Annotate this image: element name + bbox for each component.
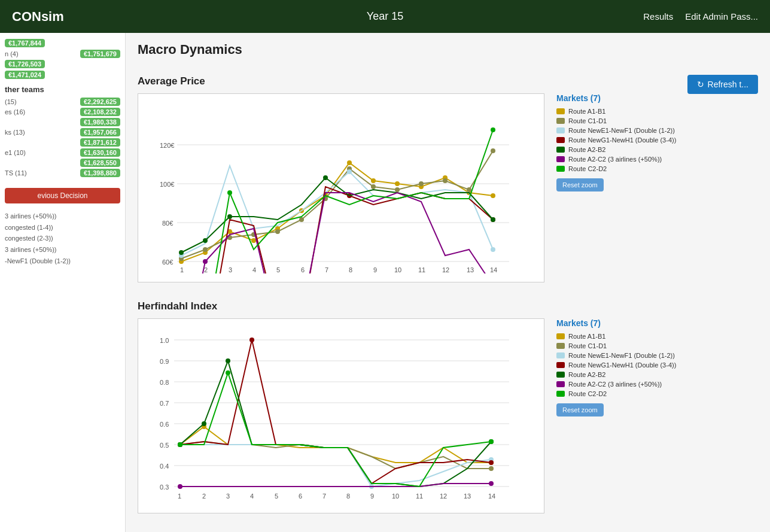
herf-legend-item-6: Route A2-C2 (3 airlines (+50%)): [556, 381, 688, 388]
herf-legend-label-7: Route C2-D2: [568, 390, 607, 397]
edit-admin-link[interactable]: Edit Admin Pass...: [685, 11, 758, 22]
sidebar-top-row-3: €1,726,503: [5, 60, 120, 68]
svg-text:1: 1: [178, 493, 181, 500]
svg-point-40: [275, 229, 280, 234]
herfindahl-legend-title: Markets (7): [556, 318, 688, 328]
svg-point-30: [371, 178, 376, 183]
svg-text:1: 1: [180, 266, 184, 273]
svg-point-56: [179, 250, 184, 255]
svg-point-37: [203, 247, 208, 252]
herf-legend-color-6: [556, 381, 565, 387]
sidebar-other-row-8: TS (11) €1,398,880: [5, 169, 120, 177]
avg-price-legend-item-2: Route C1-D1: [556, 117, 688, 124]
herf-legend-label-6: Route A2-C2 (3 airlines (+50%)): [568, 381, 662, 388]
svg-text:3: 3: [229, 266, 232, 273]
svg-point-100: [489, 466, 494, 471]
main-layout: €1,767,844 n (4) €1,751,679 €1,726,503 €…: [0, 33, 770, 532]
sidebar-footer: 3 airlines (+50%)) congested (1-4)) cong…: [5, 211, 120, 266]
svg-text:8: 8: [349, 266, 352, 273]
herf-legend-color-5: [556, 372, 565, 378]
svg-point-29: [347, 160, 352, 165]
legend-color-5: [556, 147, 565, 153]
footer-item-3: congested (2-3)): [5, 233, 120, 244]
svg-text:13: 13: [467, 266, 474, 273]
svg-point-49: [491, 148, 495, 153]
svg-text:100€: 100€: [160, 181, 174, 188]
svg-point-57: [203, 238, 208, 243]
avg-price-legend-item-3: Route NewE1-NewF1 (Double (1-2)): [556, 127, 688, 134]
sidebar-other-val-7: €1,628,550: [80, 159, 120, 167]
herf-legend-color-7: [556, 391, 565, 397]
svg-point-41: [299, 217, 304, 222]
sidebar-top-row-4: €1,471,024: [5, 71, 120, 79]
svg-text:7: 7: [322, 493, 326, 500]
svg-text:0.7: 0.7: [160, 400, 169, 407]
footer-item-5: -NewF1 (Double (1-2)): [5, 256, 120, 267]
avg-price-svg: 60€ 80€ 100€ 120€ 1 2 3 4: [144, 100, 515, 273]
legend-label-1: Route A1-B1: [568, 108, 605, 115]
footer-item-2: congested (1-4)): [5, 222, 120, 233]
sidebar-other-row-1: (15) €2,292,625: [5, 98, 120, 106]
herf-legend-label-3: Route NewE1-NewF1 (Double (1-2)): [568, 352, 675, 359]
prev-decision-button[interactable]: evious Decision: [5, 188, 120, 203]
sidebar-other-label-8: TS (11): [5, 169, 27, 177]
svg-point-45: [395, 187, 400, 192]
svg-point-109: [226, 358, 230, 363]
svg-text:12: 12: [440, 493, 447, 500]
sidebar-other-row-6: e1 (10) €1,630,160: [5, 148, 120, 157]
legend-label-5: Route A2-B2: [568, 146, 605, 153]
legend-label-4: Route NewG1-NewH1 (Double (3-4)): [568, 136, 676, 144]
sidebar-top-row-2: n (4) €1,751,679: [5, 50, 120, 58]
svg-text:10: 10: [392, 493, 399, 500]
herfindahl-section: Herfindahl Index 0.3 0.4 0.5 0.6 0.7 0.8…: [138, 300, 758, 513]
sidebar-other-val-2: €2,108,232: [80, 108, 120, 116]
svg-point-52: [491, 247, 495, 252]
avg-price-reset-zoom[interactable]: Reset zoom: [556, 178, 604, 191]
sidebar-top-label-2: n (4): [5, 50, 19, 57]
herf-legend-item-7: Route C2-D2: [556, 390, 688, 397]
avg-price-legend-item-5: Route A2-B2: [556, 146, 688, 153]
sidebar-top-val-1: €1,767,844: [5, 39, 45, 47]
results-link[interactable]: Results: [643, 11, 673, 22]
svg-text:1.0: 1.0: [160, 337, 169, 344]
legend-label-2: Route C1-D1: [568, 117, 607, 124]
footer-item-4: 3 airlines (+50%)): [5, 244, 120, 256]
header-nav: Results Edit Admin Pass...: [643, 11, 758, 22]
sidebar-other-label-6: e1 (10): [5, 149, 26, 156]
sidebar-top-val-2: €1,751,679: [80, 50, 120, 58]
legend-color-3: [556, 127, 565, 133]
refresh-button[interactable]: ↻ Refresh t...: [687, 75, 758, 94]
legend-label-7: Route C2-D2: [568, 165, 607, 172]
svg-text:6: 6: [301, 266, 305, 273]
svg-text:0.4: 0.4: [160, 463, 169, 470]
other-teams-title: ther teams: [5, 85, 120, 94]
svg-text:80€: 80€: [162, 220, 173, 227]
herf-legend-item-1: Route A1-B1: [556, 333, 688, 340]
svg-point-59: [323, 175, 328, 180]
sidebar-other-label-2: es (16): [5, 108, 25, 115]
svg-point-35: [491, 193, 495, 198]
page-title: Macro Dynamics: [138, 42, 242, 57]
svg-text:5: 5: [275, 493, 278, 500]
svg-text:60€: 60€: [162, 259, 173, 266]
avg-price-legend: Markets (7) Route A1-B1 Route C1-D1 Rout…: [556, 93, 688, 191]
svg-text:120€: 120€: [160, 142, 174, 149]
svg-text:5: 5: [276, 266, 280, 273]
svg-text:0.5: 0.5: [160, 442, 169, 449]
legend-label-3: Route NewE1-NewF1 (Double (1-2)): [568, 127, 675, 134]
sidebar-other-row-2: es (16) €2,108,232: [5, 108, 120, 116]
legend-label-6: Route A2-C2 (3 airlines (+50%)): [568, 156, 662, 163]
svg-text:14: 14: [488, 493, 495, 500]
svg-point-64: [227, 190, 232, 195]
svg-text:0.3: 0.3: [160, 484, 169, 491]
main-content: Macro Dynamics ↻ Refresh t... Average Pr…: [126, 33, 770, 532]
sidebar-other-label-1: (15): [5, 98, 17, 105]
herfindahl-reset-zoom[interactable]: Reset zoom: [556, 403, 604, 417]
svg-point-105: [249, 338, 254, 342]
legend-color-6: [556, 156, 565, 162]
svg-point-25: [251, 238, 256, 243]
sidebar-other-row-4: ks (13) €1,957,066: [5, 128, 120, 136]
sidebar-other-row-5: €1,871,612: [5, 138, 120, 147]
footer-item-1: 3 airlines (+50%)): [5, 211, 120, 222]
sidebar: €1,767,844 n (4) €1,751,679 €1,726,503 €…: [0, 33, 126, 532]
